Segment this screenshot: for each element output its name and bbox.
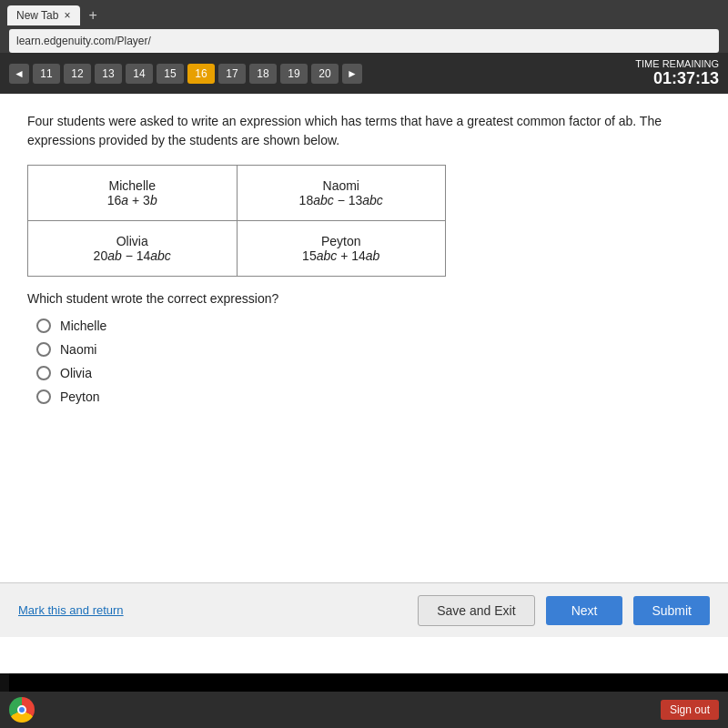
michelle-expr: 16a + 3b bbox=[56, 193, 209, 207]
naomi-expr: 18abc − 13abc bbox=[265, 193, 419, 207]
option-peyton[interactable]: Peyton bbox=[36, 389, 701, 404]
answer-options: Michelle Naomi Olivia Peyton bbox=[27, 318, 701, 404]
option-olivia-label: Olivia bbox=[60, 366, 92, 380]
submit-button[interactable]: Submit bbox=[633, 596, 710, 625]
tab-label: New Tab bbox=[16, 9, 58, 22]
taskbar-left bbox=[9, 697, 35, 723]
time-remaining-label: TIME REMAINING bbox=[635, 58, 719, 69]
sub-question-text: Which student wrote the correct expressi… bbox=[27, 291, 701, 306]
browser-chrome: New Tab × + learn.edgenuity.com/Player/ bbox=[0, 0, 728, 53]
question-area: Four students were asked to write an exp… bbox=[0, 94, 728, 418]
cell-olivia: Olivia 20ab − 14abc bbox=[28, 221, 238, 277]
nav-q12[interactable]: 12 bbox=[64, 64, 91, 84]
nav-q15[interactable]: 15 bbox=[157, 64, 184, 84]
option-peyton-label: Peyton bbox=[60, 389, 100, 404]
table-row-top: Michelle 16a + 3b Naomi 18abc − 13abc bbox=[28, 166, 446, 221]
olivia-expr: 20ab − 14abc bbox=[56, 248, 209, 263]
address-text: learn.edgenuity.com/Player/ bbox=[16, 35, 151, 47]
radio-naomi[interactable] bbox=[36, 342, 51, 357]
question-nav-bar: ◄ 11 12 13 14 15 16 17 18 19 20 ► TIME R… bbox=[0, 53, 728, 94]
cell-peyton: Peyton 15abc + 14ab bbox=[237, 221, 446, 277]
table-row-bottom: Olivia 20ab − 14abc Peyton 15abc + 14ab bbox=[28, 221, 446, 277]
cell-naomi: Naomi 18abc − 13abc bbox=[237, 166, 446, 221]
nav-q14[interactable]: 14 bbox=[126, 64, 153, 84]
option-olivia[interactable]: Olivia bbox=[36, 366, 701, 380]
next-button[interactable]: Next bbox=[546, 596, 623, 625]
new-tab-button[interactable]: + bbox=[84, 5, 103, 25]
peyton-expr: 15abc + 14ab bbox=[265, 248, 419, 263]
nav-q20[interactable]: 20 bbox=[311, 64, 339, 84]
cell-michelle: Michelle 16a + 3b bbox=[28, 166, 238, 221]
time-remaining-section: TIME REMAINING 01:37:13 bbox=[635, 58, 719, 88]
option-naomi[interactable]: Naomi bbox=[36, 342, 701, 357]
tab-bar: New Tab × + bbox=[7, 5, 721, 25]
nav-q11[interactable]: 11 bbox=[33, 64, 60, 84]
chrome-icon bbox=[9, 697, 35, 723]
naomi-name: Naomi bbox=[265, 178, 419, 193]
address-bar[interactable]: learn.edgenuity.com/Player/ bbox=[9, 29, 719, 53]
nav-q13[interactable]: 13 bbox=[95, 64, 122, 84]
nav-prev-button[interactable]: ◄ bbox=[9, 64, 29, 84]
nav-q19[interactable]: 19 bbox=[280, 64, 308, 84]
taskbar-right: Sign out bbox=[661, 700, 719, 720]
michelle-name: Michelle bbox=[56, 178, 209, 193]
nav-q16[interactable]: 16 bbox=[187, 64, 215, 84]
question-text: Four students were asked to write an exp… bbox=[27, 112, 701, 150]
nav-q17[interactable]: 17 bbox=[218, 64, 246, 84]
radio-peyton[interactable] bbox=[36, 389, 51, 404]
time-value: 01:37:13 bbox=[635, 69, 719, 88]
olivia-name: Olivia bbox=[56, 234, 209, 248]
bottom-action-bar: Mark this and return Save and Exit Next … bbox=[0, 582, 728, 637]
sign-out-button[interactable]: Sign out bbox=[661, 700, 719, 720]
chrome-inner bbox=[17, 705, 26, 714]
peyton-name: Peyton bbox=[265, 234, 419, 248]
save-exit-button[interactable]: Save and Exit bbox=[418, 595, 534, 626]
tab-close-icon[interactable]: × bbox=[64, 9, 70, 22]
expression-table: Michelle 16a + 3b Naomi 18abc − 13abc Ol… bbox=[27, 165, 446, 277]
main-content: ◄ 11 12 13 14 15 16 17 18 19 20 ► TIME R… bbox=[0, 53, 728, 673]
option-michelle[interactable]: Michelle bbox=[36, 318, 701, 333]
taskbar: Sign out bbox=[0, 692, 728, 728]
option-naomi-label: Naomi bbox=[60, 342, 96, 357]
option-michelle-label: Michelle bbox=[60, 318, 106, 333]
nav-q18[interactable]: 18 bbox=[249, 64, 277, 84]
radio-michelle[interactable] bbox=[36, 318, 51, 333]
active-tab[interactable]: New Tab × bbox=[7, 5, 80, 25]
nav-next-button[interactable]: ► bbox=[342, 64, 362, 84]
radio-olivia[interactable] bbox=[36, 366, 51, 380]
mark-return-link[interactable]: Mark this and return bbox=[18, 603, 124, 617]
